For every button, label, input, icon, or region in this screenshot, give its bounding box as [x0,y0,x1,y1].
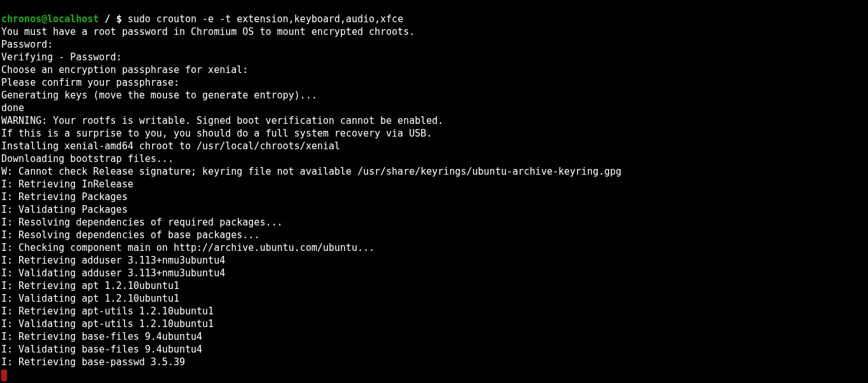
terminal-line: Verifying - Password: [1,51,867,64]
terminal-line: I: Retrieving adduser 3.113+nmu3ubuntu4 [1,254,867,267]
terminal-line: Downloading bootstrap files... [1,152,867,165]
terminal-line: WARNING: Your rootfs is writable. Signed… [1,114,867,127]
terminal-line: I: Retrieving apt 1.2.10ubuntu1 [1,279,867,292]
prompt-dollar: $ [116,13,128,25]
terminal-line: If this is a surprise to you, you should… [1,127,867,140]
command-text: sudo crouton -e -t extension,keyboard,au… [128,13,403,25]
prompt-separator: / [99,13,116,25]
terminal-line: Choose an encryption passphrase for xeni… [1,64,867,76]
terminal-line: done [1,102,867,114]
terminal-line: I: Retrieving apt-utils 1.2.10ubuntu1 [1,305,867,318]
terminal-line: I: Validating apt-utils 1.2.10ubuntu1 [1,318,867,330]
terminal-line: I: Retrieving Packages [1,191,867,203]
terminal-line: Installing xenial-amd64 chroot to /usr/l… [1,140,867,152]
terminal-line: I: Retrieving base-files 9.4ubuntu4 [1,330,867,343]
prompt-user: chronos@localhost [1,13,99,25]
terminal-area[interactable]: chronos@localhost / $ sudo crouton -e -t… [0,0,868,382]
terminal-line: Password: [1,38,867,51]
terminal-line: I: Retrieving InRelease [1,178,867,191]
terminal-line: I: Validating base-files 9.4ubuntu4 [1,343,867,356]
terminal-line: I: Retrieving base-passwd 3.5.39 [1,356,867,368]
terminal-line: I: Validating adduser 3.113+nmu3ubuntu4 [1,267,867,279]
terminal-line: Generating keys (move the mouse to gener… [1,89,867,102]
terminal-line: W: Cannot check Release signature; keyri… [1,165,867,178]
terminal-line: I: Resolving dependencies of required pa… [1,216,867,229]
cursor [1,370,7,381]
terminal-line: I: Resolving dependencies of base packag… [1,229,867,241]
terminal-line: I: Checking component main on http://arc… [1,241,867,254]
terminal-output: You must have a root password in Chromiu… [1,25,867,368]
terminal-line: I: Validating Packages [1,203,867,216]
terminal-line: You must have a root password in Chromiu… [1,25,867,38]
terminal-line: I: Validating apt 1.2.10ubuntu1 [1,292,867,305]
terminal-line: Please confirm your passphrase: [1,76,867,89]
